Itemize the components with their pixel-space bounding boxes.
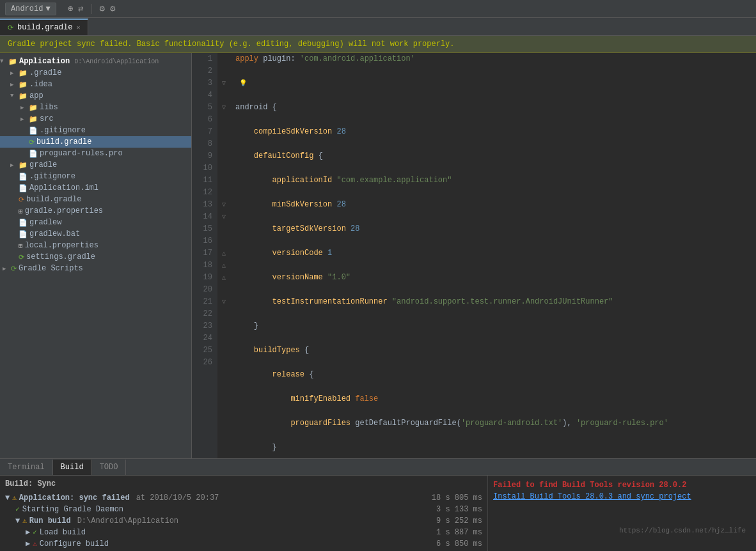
sync-icon[interactable]: ⇄ [78,3,83,14]
code-editor[interactable]: apply plugin: 'com.android.application' … [230,53,756,458]
sidebar-item-src[interactable]: ▶ 📁 src [0,113,191,125]
tab-build-gradle[interactable]: ⟳ build.gradle ✕ [0,19,88,35]
gradle-scripts-icon: ⟳ [11,265,17,273]
fold-area: ▽ ▽ ▽ ▽ △ △ △ ▽ [217,53,230,458]
sync-failed-text: Application: sync failed [19,492,130,504]
file-icon: 📄 [19,230,28,238]
sidebar-item-idea[interactable]: ▶ 📁 .idea [0,79,191,90]
expand-icon3[interactable]: ▶ [26,527,30,538]
properties-icon: ⊞ [19,207,23,215]
build-row-configure-build: ▶ ⚠ Configure build 6 s 850 ms [5,538,482,550]
sidebar-item-gradle-scripts[interactable]: ▶ ⟳ Gradle Scripts [0,263,191,274]
fold-line-2 [217,65,230,77]
chevron-down-icon: ▼ [0,58,6,65]
editor-area: 1 2 3 4 5 6 7 8 9 10 11 12 13 14 15 16 1… [192,53,756,458]
android-dropdown[interactable]: Android ▼ [5,3,56,15]
fold-line-21[interactable]: ▽ [217,296,230,308]
sidebar-item-gradlew[interactable]: 📄 gradlew [0,217,191,228]
fold-line-12 [217,187,230,199]
expand-icon4[interactable]: ▶ [26,538,30,550]
chevron-right-icon: ▶ [10,81,17,88]
main-content: ▼ 📁 Application D:\Android\Application ▶… [0,53,756,458]
tab-todo-label: TODO [100,463,118,472]
sidebar-item-settings-gradle[interactable]: ⟳ settings.gradle [0,251,191,263]
fold-line-5[interactable]: ▽ [217,102,230,114]
watermark: https://blog.csdn.net/hjz_life [493,501,751,537]
load-build-text: Load build [40,527,86,538]
fold-line-19: △ [217,272,230,284]
chevron-right-icon: ▶ [20,104,27,111]
sidebar-item-gitignore-root[interactable]: 📄 .gitignore [0,171,191,182]
fold-line-8 [217,138,230,150]
fold-line-14[interactable]: ▽ [217,211,230,223]
build-log: Build: Sync ▼ ⚠ Application: sync failed… [0,476,487,551]
add-icon[interactable]: ⊕ [68,3,73,14]
tab-close-button[interactable]: ✕ [76,24,80,31]
sidebar-item-label: libs [40,103,58,112]
fold-line-7 [217,126,230,138]
sidebar-item-label: build.gradle [26,195,81,204]
more-settings-icon[interactable]: ⚙ [110,3,115,14]
chevron-right-icon: ▶ [10,162,17,169]
sidebar-item-gradle-dir[interactable]: ▶ 📁 .gradle [0,67,191,79]
fold-line-3[interactable]: ▽ [217,77,230,89]
sidebar-item-gradlew-bat[interactable]: 📄 gradlew.bat [0,228,191,240]
configure-build-time: 6 s 850 ms [436,538,482,550]
sidebar-item-label: Gradle Scripts [19,264,83,273]
build-row-load-build: ▶ ✓ Load build 1 s 887 ms [5,527,482,538]
load-build-time: 1 s 887 ms [436,527,482,538]
sidebar-item-local-properties[interactable]: ⊞ local.properties [0,240,191,251]
fold-line-10 [217,162,230,175]
gradle-icon: ⟳ [19,253,24,261]
tab-label: build.gradle [17,23,72,32]
tab-terminal[interactable]: Terminal [0,460,53,475]
title-bar-left: Android ▼ ⊕ ⇄ ⚙ ⚙ [5,3,115,15]
fold-line-22 [217,308,230,320]
code-container[interactable]: 1 2 3 4 5 6 7 8 9 10 11 12 13 14 15 16 1… [192,53,756,458]
warning-text: Gradle project sync failed. Basic functi… [8,40,455,49]
tab-build[interactable]: Build [53,460,92,475]
properties-icon: ⊞ [19,242,23,250]
warn-icon2: ⚠ [22,515,27,527]
sidebar-item-label: .gitignore [29,172,75,181]
folder-icon: 📁 [19,92,28,100]
gradle-file-icon: ⟳ [8,24,13,32]
sidebar-item-iml[interactable]: 📄 Application.iml [0,182,191,194]
gradle-daemon-time: 3 s 133 ms [436,504,482,515]
run-build-time: 9 s 252 ms [436,515,482,527]
fold-line-23 [217,320,230,332]
sidebar-item-label: gradle [29,160,57,169]
sidebar-item-libs[interactable]: ▶ 📁 libs [0,102,191,113]
sidebar-item-build-gradle-root[interactable]: ⟳ build.gradle [0,194,191,205]
folder-icon: 📁 [19,69,28,77]
tab-terminal-label: Terminal [8,463,45,472]
gradle-icon: ⟳ [29,138,35,146]
sidebar-item-gradle-properties[interactable]: ⊞ gradle.properties [0,205,191,217]
sidebar: ▼ 📁 Application D:\Android\Application ▶… [0,53,192,458]
error-title: Failed to find Build Tools revision 28.0… [493,481,751,490]
build-row-gradle-daemon: ✓ Starting Gradle Daemon 3 s 133 ms [5,504,482,515]
build-sync-title: Build: Sync [5,478,482,490]
tab-todo[interactable]: TODO [92,460,127,475]
sidebar-item-label: settings.gradle [26,252,95,261]
sidebar-item-proguard[interactable]: 📄 proguard-rules.pro [0,148,191,159]
folder-icon: 📁 [29,115,38,123]
sidebar-item-build-gradle-app[interactable]: ⟳ build.gradle [0,136,191,148]
fold-line-13[interactable]: ▽ [217,199,230,211]
fold-line-6 [217,114,230,126]
sidebar-item-gitignore-app[interactable]: 📄 .gitignore [0,125,191,136]
sidebar-item-label: .idea [29,80,52,89]
fold-line-11 [217,175,230,187]
chevron-down-icon: ▼ [10,93,17,99]
expand-icon2[interactable]: ▼ [15,515,20,527]
settings-icon[interactable]: ⚙ [100,3,105,14]
fold-line-16 [217,235,230,247]
fold-line-26 [217,357,230,369]
build-row-sync-failed: ▼ ⚠ Application: sync failed at 2018/10/… [5,492,482,504]
sidebar-item-app[interactable]: ▼ 📁 app [0,90,191,102]
chevron-right-icon: ▶ [20,116,27,123]
sidebar-item-gradle-folder[interactable]: ▶ 📁 gradle [0,159,191,171]
error-link[interactable]: Install Build Tools 28.0.3 and sync proj… [493,492,751,501]
expand-icon[interactable]: ▼ [5,492,10,504]
sidebar-root[interactable]: ▼ 📁 Application D:\Android\Application [0,56,191,67]
